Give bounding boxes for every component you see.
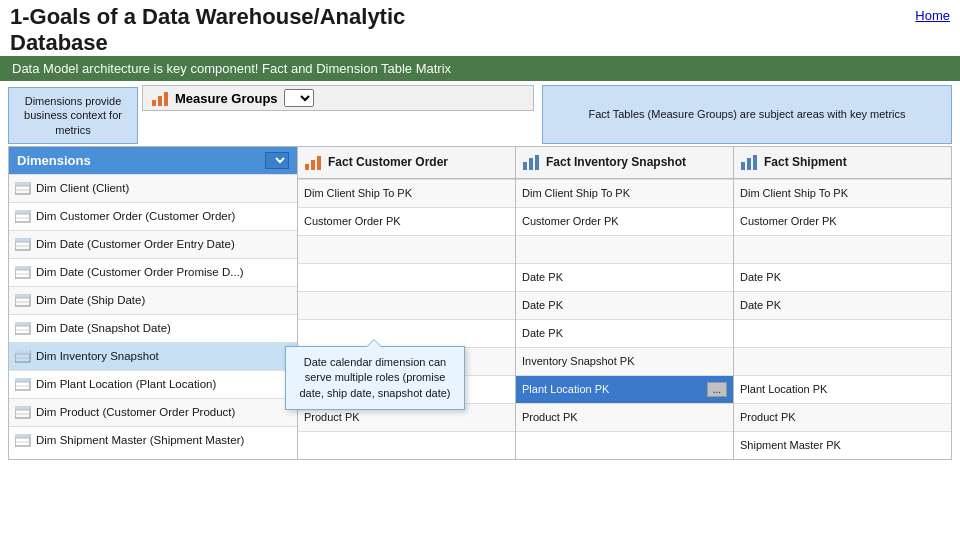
- fact-customer-order-column: Fact Customer Order Dim Client Ship To P…: [298, 146, 516, 460]
- fis-cell-4: Date PK: [516, 291, 733, 319]
- dim-row-date-ship: Dim Date (Ship Date): [9, 286, 297, 314]
- home-link[interactable]: Home: [915, 4, 950, 23]
- svg-rect-51: [753, 155, 757, 170]
- measure-groups-label: Measure Groups: [175, 91, 278, 106]
- measure-groups-dropdown[interactable]: [284, 89, 314, 107]
- page-title-line2: Database: [10, 30, 405, 56]
- svg-rect-36: [15, 406, 30, 410]
- dim-row-date-entry: Dim Date (Customer Order Entry Date): [9, 230, 297, 258]
- dimensions-tooltip: Dimensions provide business context for …: [8, 87, 138, 144]
- dimensions-header: Dimensions: [9, 147, 297, 174]
- dim-row-date-snapshot: Dim Date (Snapshot Date): [9, 314, 297, 342]
- date-calendar-tooltip-popup: Date calendar dimension can serve multip…: [285, 346, 465, 410]
- dim-row-customer-order: Dim Customer Order (Customer Order): [9, 202, 297, 230]
- svg-rect-20: [15, 294, 30, 298]
- fco-cell-9: [298, 431, 515, 459]
- page-title: 1-Goals of a Data Warehouse/Analytic Dat…: [10, 4, 405, 56]
- fis-cell-5: Date PK: [516, 319, 733, 347]
- fs-cell-9: Shipment Master PK: [734, 431, 951, 459]
- fis-cell-2: [516, 235, 733, 263]
- fco-cell-3: [298, 263, 515, 291]
- dim-inventory-icon: [15, 350, 31, 363]
- fco-cell-5: [298, 319, 515, 347]
- dim-row-client: Dim Client (Client): [9, 174, 297, 202]
- plant-location-expand-button[interactable]: ...: [707, 382, 727, 397]
- fact-tables-tooltip: Fact Tables (Measure Groups) are subject…: [542, 85, 952, 144]
- banner: Data Model architecture is key component…: [0, 56, 960, 81]
- fact-customer-order-header: Fact Customer Order: [298, 147, 515, 179]
- fs-cell-7: Plant Location PK: [734, 375, 951, 403]
- dim-plant-icon: [15, 378, 31, 391]
- svg-rect-45: [317, 156, 321, 170]
- popup-arrow-inner: [367, 340, 381, 347]
- dim-row-date-promise: Dim Date (Customer Order Promise D...): [9, 258, 297, 286]
- measure-groups-icon: [151, 90, 171, 106]
- fis-cell-9: [516, 431, 733, 459]
- dim-product-icon: [15, 406, 31, 419]
- fs-cell-8: Product PK: [734, 403, 951, 431]
- fs-cell-2: [734, 235, 951, 263]
- dim-date-ship-icon: [15, 294, 31, 307]
- svg-rect-24: [15, 322, 30, 326]
- fact-shipment-chart-icon: [740, 154, 760, 170]
- popup-arrow: [366, 339, 382, 347]
- dim-client-icon: [15, 182, 31, 195]
- dimensions-column: Dimensions Dim Client (Client) Dim Custo…: [8, 146, 298, 460]
- fact-shipment-header: Fact Shipment: [734, 147, 951, 179]
- dim-row-shipment-master: Dim Shipment Master (Shipment Master): [9, 426, 297, 454]
- svg-rect-1: [158, 96, 162, 106]
- fco-cell-4: [298, 291, 515, 319]
- dim-date-promise-icon: [15, 266, 31, 279]
- fs-cell-6: [734, 347, 951, 375]
- svg-rect-47: [529, 158, 533, 170]
- svg-rect-43: [305, 164, 309, 170]
- fs-cell-1: Customer Order PK: [734, 207, 951, 235]
- fact-inventory-chart-icon: [522, 154, 542, 170]
- fco-cell-1: Customer Order PK: [298, 207, 515, 235]
- svg-rect-50: [747, 158, 751, 170]
- svg-rect-8: [15, 210, 30, 214]
- svg-rect-40: [15, 434, 30, 438]
- svg-rect-0: [152, 100, 156, 106]
- fis-cell-1: Customer Order PK: [516, 207, 733, 235]
- dim-shipment-icon: [15, 434, 31, 447]
- svg-rect-32: [15, 378, 30, 382]
- page-title-line1: 1-Goals of a Data Warehouse/Analytic: [10, 4, 405, 30]
- svg-rect-44: [311, 160, 315, 170]
- fact-customer-order-chart-icon: [304, 154, 324, 170]
- fis-cell-8: Product PK: [516, 403, 733, 431]
- fact-inventory-snapshot-header: Fact Inventory Snapshot: [516, 147, 733, 179]
- dim-row-inventory-snapshot: Dim Inventory Snapshot: [9, 342, 297, 370]
- dim-customer-order-icon: [15, 210, 31, 223]
- fis-cell-6: Inventory Snapshot PK: [516, 347, 733, 375]
- svg-rect-48: [535, 155, 539, 170]
- fis-cell-3: Date PK: [516, 263, 733, 291]
- dim-row-product: Dim Product (Customer Order Product): [9, 398, 297, 426]
- fact-inventory-snapshot-column: Fact Inventory Snapshot Dim Client Ship …: [516, 146, 734, 460]
- svg-rect-49: [741, 162, 745, 170]
- svg-rect-28: [15, 350, 30, 354]
- svg-rect-16: [15, 266, 30, 270]
- dim-date-snapshot-icon: [15, 322, 31, 335]
- dimensions-filter-dropdown[interactable]: [265, 152, 289, 169]
- fs-cell-0: Dim Client Ship To PK: [734, 179, 951, 207]
- fis-cell-7-plant-location[interactable]: Plant Location PK ...: [516, 375, 733, 403]
- fs-cell-4: Date PK: [734, 291, 951, 319]
- fs-cell-5: [734, 319, 951, 347]
- fco-cell-2: [298, 235, 515, 263]
- fact-shipment-column: Fact Shipment Dim Client Ship To PK Cust…: [734, 146, 952, 460]
- dim-row-plant-location: Dim Plant Location (Plant Location): [9, 370, 297, 398]
- svg-rect-2: [164, 92, 168, 106]
- svg-rect-4: [15, 182, 30, 186]
- fis-cell-0: Dim Client Ship To PK: [516, 179, 733, 207]
- dim-date-entry-icon: [15, 238, 31, 251]
- svg-rect-12: [15, 238, 30, 242]
- svg-rect-46: [523, 162, 527, 170]
- fco-cell-0: Dim Client Ship To PK: [298, 179, 515, 207]
- fs-cell-3: Date PK: [734, 263, 951, 291]
